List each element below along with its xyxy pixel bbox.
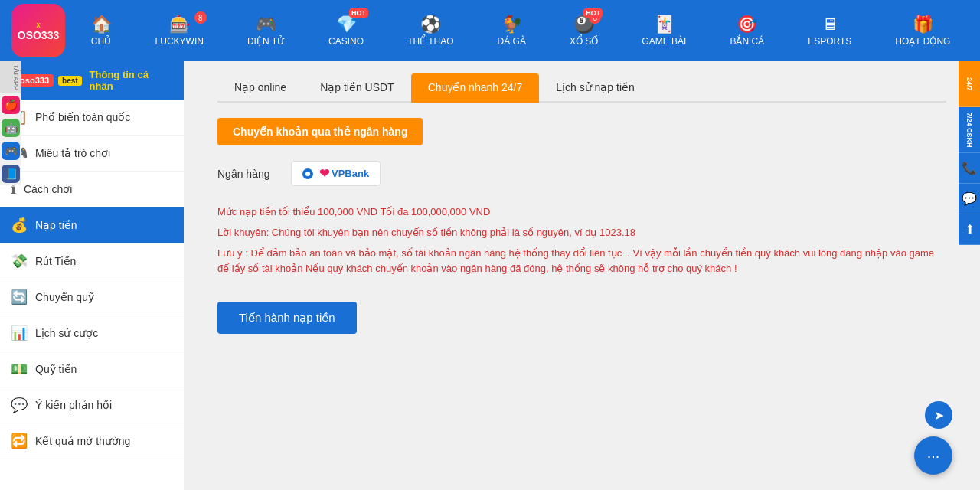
min-max-text: Mức nạp tiền tối thiểu 100,000 VND Tối đ… <box>217 204 946 220</box>
nav-label-dien-tu: ĐIỆN TỬ <box>247 36 285 47</box>
info-block: Mức nạp tiền tối thiểu 100,000 VND Tối đ… <box>217 204 946 277</box>
content-area: Nạp onlineNạp tiền USDTChuyển nhanh 24/7… <box>205 61 959 490</box>
top-navigation: x OSO333 🏠CHỦ🎰8LUCKYWIN🎮ĐIỆN TỬ💎HOTCASIN… <box>0 0 980 61</box>
nav-item-the-thao[interactable]: ⚽THỂ THAO <box>401 15 459 47</box>
sidebar-item-cach-choi[interactable]: ℹCách chơi <box>0 172 184 207</box>
radio-dot <box>302 168 313 179</box>
nav-item-da-ga[interactable]: 🐓ĐÁ GÀ <box>492 15 532 47</box>
sub-tab-label[interactable]: Chuyển khoản qua thẻ ngân hàng <box>217 118 423 145</box>
nav-items: 🏠CHỦ🎰8LUCKYWIN🎮ĐIỆN TỬ💎HOTCASINO⚽THỂ THA… <box>69 15 972 47</box>
sidebar-item-lich-su-cuoc[interactable]: 📊Lịch sử cược <box>0 315 184 351</box>
chat-bubble-button[interactable]: ··· <box>914 436 952 475</box>
nav-icon-the-thao: ⚽ <box>420 15 441 34</box>
tab-lich-su[interactable]: Lịch sử nạp tiền <box>539 74 652 103</box>
nav-label-xo-so: XỔ SỐ <box>570 36 598 47</box>
bank-label: Ngân hàng <box>217 168 279 180</box>
personal-info-label[interactable]: Thông tin cá nhân <box>90 69 173 92</box>
nav-label-chu: CHỦ <box>91 36 111 47</box>
nav-item-xo-so[interactable]: 🎱8HOTXỔ SỐ <box>564 15 604 47</box>
logo-box[interactable]: x OSO333 <box>8 0 69 61</box>
sidebar-item-nap-tien[interactable]: 💰Nạp tiền <box>0 207 184 243</box>
sidebar-label-rut-tien: Rút Tiền <box>35 255 76 267</box>
chat-icon[interactable]: 💬 <box>959 184 980 214</box>
vpbank-label: VPBank <box>332 168 369 179</box>
sidebar-items-container: 📋Phổ biến toàn quốc🎮Miêu tả trò chơiℹCác… <box>0 100 184 459</box>
main-layout: xoso333 best Thông tin cá nhân 📋Phổ biến… <box>0 61 980 490</box>
nav-icon-game-bai: 🃏 <box>654 15 675 34</box>
send-button[interactable]: ➤ <box>925 401 952 429</box>
tab-chuyen-nhanh[interactable]: Chuyển nhanh 24/7 <box>411 74 539 103</box>
app-strip: TẢI APP 🍎 🤖 🎮 📘 <box>0 61 21 185</box>
sidebar-label-quy-tien: Quỹ tiền <box>35 363 77 375</box>
nav-item-dien-tu[interactable]: 🎮ĐIỆN TỬ <box>241 15 291 47</box>
sidebar-icon-lich-su-cuoc: 📊 <box>11 325 28 341</box>
nav-item-ban-ca[interactable]: 🎯BẮN CÁ <box>724 15 770 47</box>
facebook-icon[interactable]: 📘 <box>2 165 20 183</box>
scroll-up-icon[interactable]: ⬆ <box>959 214 980 245</box>
best-badge: best <box>58 76 82 86</box>
sidebar-icon-rut-tien: 💸 <box>11 253 28 270</box>
sidebar-item-ket-qua[interactable]: 🔁Kết quả mở thưởng <box>0 423 184 459</box>
submit-deposit-button[interactable]: Tiến hành nạp tiền <box>217 302 357 334</box>
nav-label-da-ga: ĐÁ GÀ <box>498 36 526 47</box>
android-icon[interactable]: 🤖 <box>2 119 20 137</box>
sidebar-item-quy-tien[interactable]: 💵Quỹ tiền <box>0 351 184 387</box>
hot-badge-casino: HOT <box>349 8 368 18</box>
vpbank-logo-icon: ❤ <box>319 166 329 181</box>
nav-label-esports: ESPORTS <box>808 36 851 47</box>
logo: x OSO333 <box>11 4 65 57</box>
sidebar-label-nap-tien: Nạp tiền <box>35 219 77 231</box>
nav-item-luckywin[interactable]: 🎰8LUCKYWIN <box>149 15 210 47</box>
nav-label-the-thao: THỂ THAO <box>407 36 453 47</box>
sidebar-header: xoso333 best Thông tin cá nhân <box>0 61 184 100</box>
nav-icon-luckywin: 🎰 <box>169 15 190 34</box>
sidebar-label-y-kien: Ý kiến phản hồi <box>35 399 112 411</box>
sidebar-item-pho-bien[interactable]: 📋Phổ biến toàn quốc <box>0 100 184 136</box>
nav-label-hoat-dong: HOẠT ĐỘNG <box>895 36 950 47</box>
sidebar-icon-chuyen-quy: 🔄 <box>11 289 28 305</box>
nav-badge-luckywin: 8 <box>194 11 207 24</box>
nav-icon-hoat-dong: 🎁 <box>913 15 933 34</box>
sidebar-label-chuyen-quy: Chuyển quỹ <box>35 291 94 303</box>
sidebar-label-mieu-ta: Miêu tả trò chơi <box>35 147 110 159</box>
apple-icon[interactable]: 🍎 <box>2 96 20 114</box>
nav-item-chu[interactable]: 🏠CHỦ <box>85 15 118 47</box>
nav-icon-chu: 🏠 <box>91 15 112 34</box>
vpbank-logo: ❤ VPBank <box>319 166 369 181</box>
nav-label-ban-ca: BẮN CÁ <box>730 36 764 47</box>
sidebar-item-mieu-ta[interactable]: 🎮Miêu tả trò chơi <box>0 136 184 172</box>
nav-label-luckywin: LUCKYWIN <box>155 36 204 47</box>
nav-label-game-bai: GAME BÀI <box>642 36 686 47</box>
sidebar-item-rut-tien[interactable]: 💸Rút Tiền <box>0 243 184 279</box>
sidebar-item-y-kien[interactable]: 💬Ý kiến phản hồi <box>0 387 184 423</box>
nav-icon-dien-tu: 🎮 <box>256 15 276 34</box>
sidebar-label-cach-choi: Cách chơi <box>24 183 72 195</box>
nav-item-casino[interactable]: 💎HOTCASINO <box>322 15 370 47</box>
sidebar-label-lich-su-cuoc: Lịch sử cược <box>35 327 98 339</box>
tab-nap-online[interactable]: Nạp online <box>217 74 303 103</box>
sidebar-icon-ket-qua: 🔁 <box>11 433 28 449</box>
left-sidebar: xoso333 best Thông tin cá nhân 📋Phổ biến… <box>0 61 184 490</box>
nav-icon-ban-ca: 🎯 <box>737 15 757 34</box>
support-24-7-button[interactable]: 24/7 <box>959 61 980 107</box>
game-icon[interactable]: 🎮 <box>2 142 20 160</box>
cskh-button[interactable]: 7/24 CSKH <box>959 107 980 153</box>
phone-icon[interactable]: 📞 <box>959 153 980 184</box>
right-sidebar: 24/7 7/24 CSKH 📞 💬 ⬆ <box>959 61 980 245</box>
sidebar-icon-nap-tien: 💰 <box>11 217 28 234</box>
nav-item-game-bai[interactable]: 🃏GAME BÀI <box>635 15 692 47</box>
bank-row: Ngân hàng ❤ VPBank <box>217 161 946 186</box>
note2-text: Lưu ý : Để đảm bảo an toàn và bảo mật, s… <box>217 246 946 278</box>
hot-badge-xo-so: HOT <box>583 8 603 18</box>
app-strip-label: TẢI APP <box>0 61 21 93</box>
sidebar-label-ket-qua: Kết quả mở thưởng <box>35 435 130 447</box>
sidebar-icon-quy-tien: 💵 <box>11 361 28 377</box>
bank-select-button[interactable]: ❤ VPBank <box>291 161 381 186</box>
nav-item-esports[interactable]: 🖥ESPORTS <box>802 15 858 47</box>
tabs-container: Nạp onlineNạp tiền USDTChuyển nhanh 24/7… <box>217 74 946 103</box>
note1-text: Lời khuyên: Chúng tôi khuyên bạn nên chu… <box>217 225 946 241</box>
tab-nap-usdt[interactable]: Nạp tiền USDT <box>303 74 411 103</box>
sidebar-item-chuyen-quy[interactable]: 🔄Chuyển quỹ <box>0 279 184 315</box>
nav-item-hoat-dong[interactable]: 🎁HOẠT ĐỘNG <box>889 15 956 47</box>
nav-icon-esports: 🖥 <box>822 15 838 34</box>
